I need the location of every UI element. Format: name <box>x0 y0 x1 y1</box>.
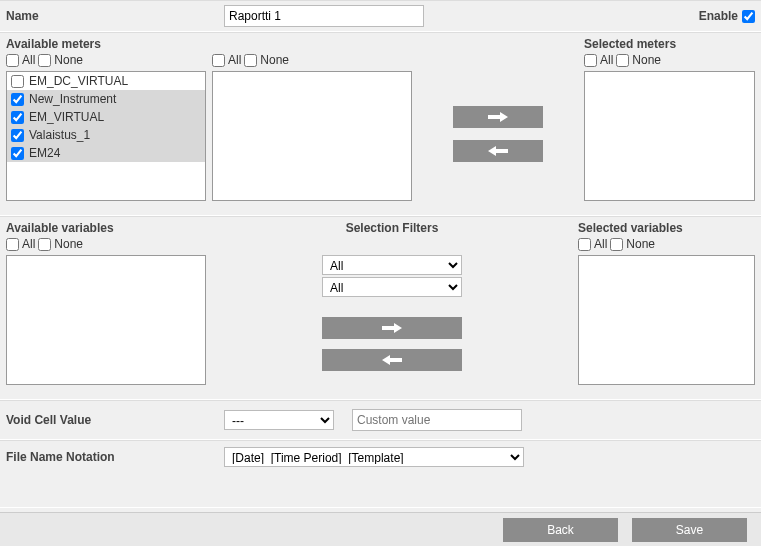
meter-item-checkbox[interactable] <box>11 75 24 88</box>
arrow-right-icon <box>382 322 402 334</box>
sel-vars-all-checkbox[interactable] <box>578 238 591 251</box>
sel-vars-none-checkbox[interactable] <box>610 238 623 251</box>
list-item[interactable]: Valaistus_1 <box>7 126 205 144</box>
none-label-4: None <box>54 237 83 251</box>
footer-bar: Back Save <box>0 512 761 546</box>
list-item[interactable]: EM_VIRTUAL <box>7 108 205 126</box>
save-button[interactable]: Save <box>632 518 747 542</box>
available-meters-label: Available meters <box>6 37 206 51</box>
available-variables-list[interactable] <box>6 255 206 385</box>
selection-filters-label: Selection Filters <box>346 221 439 235</box>
enable-label: Enable <box>699 9 738 23</box>
arrow-right-icon <box>488 111 508 123</box>
name-input[interactable] <box>224 5 424 27</box>
name-label: Name <box>6 9 216 23</box>
none-label: None <box>54 53 83 67</box>
all-label-4: All <box>22 237 35 251</box>
move-meter-right-button[interactable] <box>453 106 543 128</box>
meter-item-checkbox[interactable] <box>11 129 24 142</box>
selected-variables-label: Selected variables <box>578 221 755 235</box>
selected-meters-label: Selected meters <box>584 37 755 51</box>
sel-meters-all-checkbox[interactable] <box>584 54 597 67</box>
void-cell-custom-input <box>352 409 522 431</box>
list-item[interactable]: New_Instrument <box>7 90 205 108</box>
meter-item-label: Valaistus_1 <box>29 128 90 142</box>
none-label-5: None <box>626 237 655 251</box>
none-label-3: None <box>632 53 661 67</box>
all-label-3: All <box>600 53 613 67</box>
meters-filter-list[interactable] <box>212 71 412 201</box>
move-var-right-button[interactable] <box>322 317 462 339</box>
avail-meters-none-checkbox[interactable] <box>38 54 51 67</box>
meter-item-label: EM_VIRTUAL <box>29 110 104 124</box>
list-item[interactable]: EM24 <box>7 144 205 162</box>
meter-item-checkbox[interactable] <box>11 93 24 106</box>
none-label-2: None <box>260 53 289 67</box>
arrow-left-icon <box>382 354 402 366</box>
move-var-left-button[interactable] <box>322 349 462 371</box>
meter-item-checkbox[interactable] <box>11 111 24 124</box>
move-meter-left-button[interactable] <box>453 140 543 162</box>
meter-item-label: EM_DC_VIRTUAL <box>29 74 128 88</box>
sel-meters-none-checkbox[interactable] <box>616 54 629 67</box>
void-cell-label: Void Cell Value <box>6 413 216 427</box>
arrow-left-icon <box>488 145 508 157</box>
filename-select[interactable]: [Date]_[Time Period]_[Template] <box>224 447 524 467</box>
enable-checkbox[interactable] <box>742 10 755 23</box>
filename-label: File Name Notation <box>6 450 216 464</box>
all-label: All <box>22 53 35 67</box>
selected-meters-list[interactable] <box>584 71 755 201</box>
meters-mid-all-checkbox[interactable] <box>212 54 225 67</box>
list-item[interactable]: EM_DC_VIRTUAL <box>7 72 205 90</box>
avail-vars-none-checkbox[interactable] <box>38 238 51 251</box>
selected-variables-list[interactable] <box>578 255 755 385</box>
available-variables-label: Available variables <box>6 221 206 235</box>
all-label-2: All <box>228 53 241 67</box>
filter-1-select[interactable]: All <box>322 255 462 275</box>
meter-item-checkbox[interactable] <box>11 147 24 160</box>
meters-mid-none-checkbox[interactable] <box>244 54 257 67</box>
meter-item-label: EM24 <box>29 146 60 160</box>
avail-meters-all-checkbox[interactable] <box>6 54 19 67</box>
meter-item-label: New_Instrument <box>29 92 116 106</box>
filter-2-select[interactable]: All <box>322 277 462 297</box>
void-cell-select[interactable]: --- <box>224 410 334 430</box>
available-meters-list[interactable]: EM_DC_VIRTUALNew_InstrumentEM_VIRTUALVal… <box>6 71 206 201</box>
all-label-5: All <box>594 237 607 251</box>
avail-vars-all-checkbox[interactable] <box>6 238 19 251</box>
back-button[interactable]: Back <box>503 518 618 542</box>
